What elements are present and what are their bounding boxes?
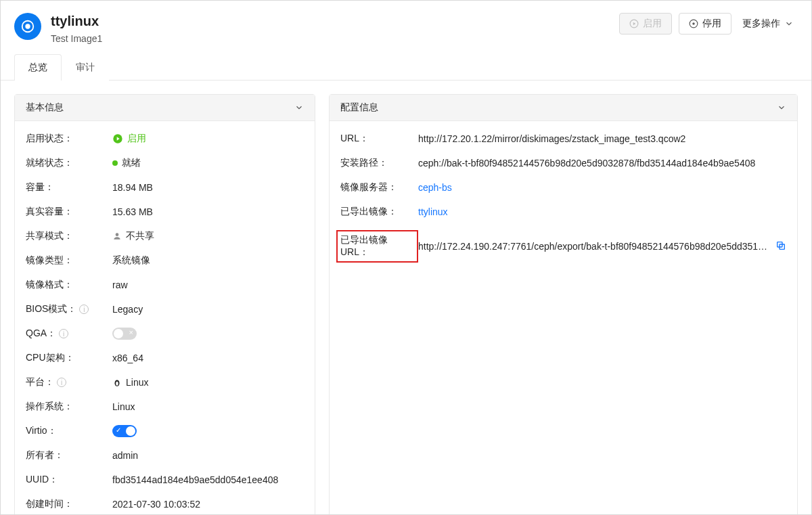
row-mirror-server: 镜像服务器 ceph-bs: [340, 175, 786, 200]
page-title: ttylinux: [51, 13, 610, 29]
copy-icon[interactable]: [775, 241, 786, 252]
chevron-down-icon: [784, 19, 794, 28]
row-exported-image: 已导出镜像 ttylinux: [340, 200, 786, 224]
content: 基本信息 启用状态 启用 就绪状态 就绪: [1, 81, 811, 515]
row-url: URL http://172.20.1.22/mirror/diskimages…: [340, 127, 786, 151]
exported-url-value: http://172.24.190.247:7761/ceph/export/b…: [418, 241, 786, 252]
row-platform: 平台 i Linux: [26, 370, 304, 395]
config-info-title: 配置信息: [340, 102, 378, 114]
info-icon[interactable]: i: [57, 378, 66, 387]
exported-image-link[interactable]: ttylinux: [418, 206, 448, 217]
svg-point-4: [692, 22, 695, 25]
play-circle-icon: [112, 133, 123, 144]
row-image-format: 镜像格式 raw: [26, 273, 304, 297]
status-enabled: 启用: [112, 133, 146, 145]
virtio-toggle[interactable]: [112, 425, 137, 437]
stop-icon: [689, 19, 698, 28]
basic-info-header[interactable]: 基本信息: [15, 95, 315, 121]
tab-audit[interactable]: 审计: [62, 54, 109, 81]
row-os: 操作系统 Linux: [26, 395, 304, 419]
page-header: ttylinux Test Image1 启用 停用 更多操作: [1, 1, 811, 53]
row-image-type: 镜像类型 系统镜像: [26, 248, 304, 273]
linux-icon: [112, 378, 122, 387]
row-exported-url: 已导出镜像URL http://172.24.190.247:7761/ceph…: [340, 224, 786, 269]
user-icon: [112, 231, 122, 241]
config-info-header[interactable]: 配置信息: [330, 95, 797, 121]
config-info-body: URL http://172.20.1.22/mirror/diskimages…: [330, 121, 797, 277]
info-icon[interactable]: i: [59, 329, 68, 338]
chevron-down-icon: [777, 103, 786, 112]
svg-point-8: [116, 382, 118, 386]
exported-url-label-highlight: 已导出镜像URL: [336, 230, 418, 263]
row-virtio: Virtio: [26, 419, 304, 443]
qga-toggle[interactable]: [112, 328, 137, 340]
row-enable-status: 启用状态 启用: [26, 127, 304, 151]
row-cpu-arch: CPU架构 x86_64: [26, 346, 304, 370]
page-subtitle: Test Image1: [51, 33, 610, 44]
tabs: 总览 审计: [1, 53, 811, 81]
header-actions: 启用 停用 更多操作: [619, 13, 798, 35]
basic-info-title: 基本信息: [26, 102, 64, 114]
row-ready-status: 就绪状态 就绪: [26, 151, 304, 175]
row-uuid: UUID fbd35144ad184e4b9ae5dd054e1ee408: [26, 468, 304, 492]
play-icon: [629, 19, 639, 28]
row-owner: 所有者 admin: [26, 443, 304, 468]
svg-point-1: [26, 24, 30, 28]
row-install-path: 安装路径 ceph://bak-t-bf80f94852144576b98d20…: [340, 151, 786, 175]
config-info-panel: 配置信息 URL http://172.20.1.22/mirror/diski…: [329, 94, 798, 515]
status-dot-green: [112, 160, 118, 166]
more-actions-button[interactable]: 更多操作: [738, 13, 798, 35]
row-size: 容量 18.94 MB: [26, 175, 304, 200]
image-logo-icon: [14, 13, 41, 40]
info-icon[interactable]: i: [79, 305, 89, 314]
row-share-mode: 共享模式 不共享: [26, 224, 304, 248]
disable-button[interactable]: 停用: [679, 13, 731, 35]
mirror-server-link[interactable]: ceph-bs: [418, 182, 452, 193]
basic-info-panel: 基本信息 启用状态 启用 就绪状态 就绪: [14, 94, 315, 515]
basic-info-body: 启用状态 启用 就绪状态 就绪 容量 18.94 MB: [15, 121, 315, 515]
row-actual-size: 真实容量 15.63 MB: [26, 200, 304, 224]
row-qga: QGA i: [26, 321, 304, 346]
svg-point-6: [116, 233, 119, 236]
tab-overview[interactable]: 总览: [14, 54, 62, 81]
enable-button: 启用: [619, 13, 672, 35]
row-bios-mode: BIOS模式 i Legacy: [26, 297, 304, 321]
chevron-down-icon: [294, 103, 304, 112]
row-created: 创建时间 2021-07-30 10:03:52: [26, 492, 304, 515]
title-block: ttylinux Test Image1: [51, 13, 610, 44]
